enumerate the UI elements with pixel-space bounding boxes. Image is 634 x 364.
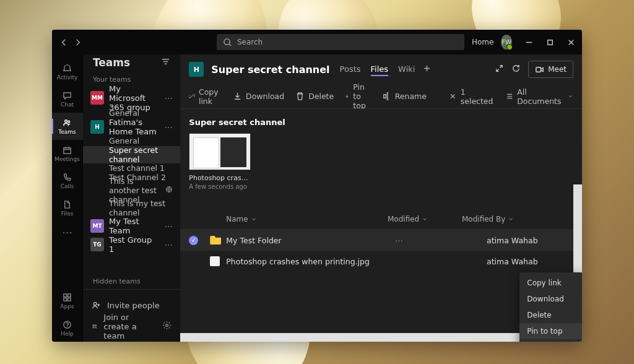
modified-by: atima Wahab: [487, 236, 573, 245]
svg-point-0: [224, 38, 230, 44]
pinned-name: Photoshop crashes wh...: [189, 174, 251, 182]
titlebar: Search Home FW: [52, 30, 582, 54]
rename-button[interactable]: Rename: [382, 92, 427, 101]
team-badge: TG: [90, 238, 104, 251]
svg-rect-1: [548, 40, 553, 45]
close-button[interactable]: [562, 30, 580, 54]
ctx-delete[interactable]: Delete: [519, 307, 582, 323]
svg-rect-5: [64, 293, 67, 297]
team-badge: H: [90, 120, 104, 134]
svg-rect-15: [536, 67, 541, 72]
avatar[interactable]: FW: [501, 35, 511, 50]
channel-header: H Super secret channel Posts Files Wiki …: [180, 54, 582, 84]
rail-calls[interactable]: Calls: [52, 167, 83, 194]
pinned-time: A few seconds ago: [189, 183, 251, 190]
column-modified[interactable]: Modified: [388, 215, 462, 223]
copy-link-button[interactable]: Copy link: [189, 87, 222, 106]
team-row[interactable]: HFatima's Home Team⋯: [83, 118, 180, 136]
main-area: H Super secret channel Posts Files Wiki …: [180, 54, 582, 342]
context-menu: Copy link Download Delete Pin to top Ren…: [519, 272, 582, 342]
file-row[interactable]: Photoshop crashes when printing.jpg atim…: [180, 251, 582, 272]
channel-row[interactable]: This is another test channel: [83, 182, 180, 199]
file-row[interactable]: ✓ My Test Folder ⋯ atima Wahab: [180, 230, 582, 251]
back-button[interactable]: [58, 37, 69, 48]
column-modified-by[interactable]: Modified By: [462, 215, 549, 223]
search-placeholder: Search: [237, 38, 263, 46]
folder-icon: [210, 236, 221, 245]
svg-rect-8: [67, 298, 71, 301]
checkbox[interactable]: ✓: [189, 236, 198, 245]
content-title: Super secret channel: [180, 109, 582, 133]
file-name: My Test Folder: [226, 236, 395, 245]
channel-badge: H: [189, 62, 204, 77]
svg-point-12: [93, 324, 94, 326]
globe-icon: [165, 186, 173, 195]
channel-title: Super secret channel: [211, 64, 329, 76]
team-more-button[interactable]: ⋯: [164, 93, 173, 103]
file-list-header: Name Modified Modified By: [180, 209, 582, 230]
teams-panel: Teams Your teams MMMy Microsoft 365 grou…: [83, 54, 180, 342]
gear-icon[interactable]: [162, 321, 172, 332]
app-rail: Activity Chat Teams Meetings Calls Files…: [52, 54, 83, 342]
filter-button[interactable]: [161, 57, 170, 69]
tab-wiki[interactable]: Wiki: [398, 63, 415, 76]
file-name: Photoshop crashes when printing.jpg: [226, 257, 395, 266]
pinned-item[interactable]: Photoshop crashes wh... A few seconds ag…: [189, 133, 251, 190]
expand-button[interactable]: [495, 64, 504, 76]
rail-more[interactable]: ⋯: [63, 227, 72, 238]
home-link[interactable]: Home: [472, 38, 493, 46]
tab-posts[interactable]: Posts: [340, 63, 361, 76]
download-button[interactable]: Download: [233, 92, 284, 101]
meet-button[interactable]: Meet: [528, 61, 573, 78]
ctx-download[interactable]: Download: [519, 291, 582, 307]
view-switcher[interactable]: All Documents: [506, 87, 573, 106]
channel-row[interactable]: Test channel 1: [83, 163, 180, 173]
search-icon: [223, 38, 232, 47]
channel-row[interactable]: Super secret channel: [83, 146, 180, 163]
rail-meetings[interactable]: Meetings: [52, 140, 83, 167]
team-more-button[interactable]: ⋯: [164, 221, 173, 231]
channel-row[interactable]: This is my test channel: [83, 199, 180, 217]
rail-activity[interactable]: Activity: [52, 58, 83, 85]
modified-by: atima Wahab: [487, 257, 573, 266]
add-tab-button[interactable]: [422, 64, 432, 76]
svg-point-14: [166, 324, 168, 327]
minimize-button[interactable]: [521, 30, 538, 54]
rail-files[interactable]: Files: [52, 194, 83, 222]
team-badge: MT: [90, 219, 104, 233]
ctx-copy-link[interactable]: Copy link: [519, 275, 582, 291]
rail-help[interactable]: Help: [52, 314, 83, 342]
selection-count[interactable]: 1 selected: [449, 87, 495, 106]
svg-rect-7: [64, 298, 67, 301]
svg-point-2: [65, 119, 67, 122]
forward-button[interactable]: [72, 37, 83, 48]
toolbar: Copy link Download Delete Pin to top Ren…: [180, 84, 582, 109]
channel-row[interactable]: General: [83, 108, 180, 118]
delete-button[interactable]: Delete: [295, 92, 334, 101]
svg-rect-4: [64, 147, 71, 153]
ctx-pin-to-top[interactable]: Pin to top: [519, 323, 582, 339]
tab-files[interactable]: Files: [371, 63, 389, 76]
refresh-button[interactable]: [511, 64, 521, 76]
app-window: Search Home FW Activity Chat Teams Meeti…: [52, 30, 582, 342]
team-row[interactable]: MTMy Test Team⋯: [83, 217, 180, 235]
pinned-thumbnail: [189, 133, 251, 170]
rail-apps[interactable]: Apps: [52, 287, 83, 314]
image-icon: [210, 256, 220, 266]
team-more-button[interactable]: ⋯: [164, 240, 173, 249]
channel-row[interactable]: General: [83, 136, 180, 145]
team-more-button[interactable]: ⋯: [164, 122, 173, 132]
team-row[interactable]: MMMy Microsoft 365 group⋯: [83, 87, 180, 108]
column-name[interactable]: Name: [226, 215, 388, 223]
maximize-button[interactable]: [542, 30, 559, 54]
join-create-team-button[interactable]: Join or create a team: [83, 316, 180, 337]
pin-to-top-button[interactable]: Pin to top: [345, 82, 370, 110]
ctx-rename[interactable]: Rename: [519, 339, 582, 342]
rail-teams[interactable]: Teams: [52, 113, 83, 140]
rail-chat[interactable]: Chat: [52, 85, 83, 113]
svg-point-13: [95, 324, 96, 326]
svg-rect-6: [67, 293, 71, 297]
search-input[interactable]: Search: [217, 34, 464, 50]
row-more-button[interactable]: ⋯: [395, 236, 403, 245]
team-row[interactable]: TGTest Group 1⋯: [83, 235, 180, 254]
